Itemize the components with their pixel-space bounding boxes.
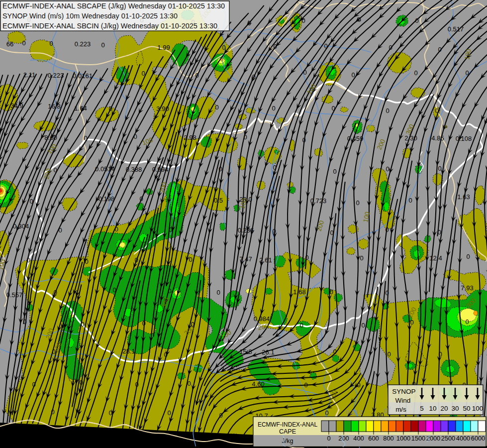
svg-text:1000: 1000 [396,435,410,442]
svg-text:0: 0 [465,318,469,326]
svg-text:4.85: 4.85 [431,134,444,142]
svg-text:0.0161: 0.0161 [73,72,93,80]
svg-text:0: 0 [410,319,413,326]
svg-text:0: 0 [133,133,137,140]
svg-text:1.99: 1.99 [157,44,170,51]
svg-text:0: 0 [108,105,112,112]
svg-text:0: 0 [305,254,308,261]
svg-text:0.994: 0.994 [152,166,169,173]
svg-text:0: 0 [466,253,470,260]
svg-text:0: 0 [29,198,33,205]
svg-text:0: 0 [351,71,355,79]
svg-text:0.236: 0.236 [238,226,254,234]
svg-text:0.984: 0.984 [254,315,270,323]
svg-text:0: 0 [51,408,54,416]
svg-text:0: 0 [385,226,389,233]
svg-text:0: 0 [58,226,62,234]
svg-text:0: 0 [438,46,441,53]
svg-text:0: 0 [302,136,305,144]
svg-text:0: 0 [387,350,390,358]
svg-text:2.11: 2.11 [23,71,35,79]
svg-text:600: 600 [368,435,379,442]
svg-text:10: 10 [429,405,436,412]
svg-text:66: 66 [6,40,13,48]
svg-text:0: 0 [134,256,138,264]
svg-text:0: 0 [361,322,365,329]
svg-text:0: 0 [415,17,418,24]
svg-text:0: 0 [384,407,388,415]
svg-text:0.108: 0.108 [456,135,472,142]
svg-text:0: 0 [333,348,336,355]
svg-text:0: 0 [81,321,84,328]
svg-text:7.93: 7.93 [461,284,473,292]
svg-text:0: 0 [79,379,83,386]
svg-text:0: 0 [386,107,389,114]
svg-text:0: 0 [303,69,306,76]
svg-text:0: 0 [252,73,255,81]
svg-text:0: 0 [84,134,87,142]
svg-text:0: 0 [169,226,172,233]
svg-text:0: 0 [272,227,276,235]
svg-text:0: 0 [139,195,143,203]
svg-text:0: 0 [299,322,303,329]
svg-text:0: 0 [273,164,276,171]
svg-text:0: 0 [465,69,469,77]
svg-text:0.223: 0.223 [75,40,91,48]
svg-text:ECMWF-INDEX-ANAL SBCIN (J/kg): ECMWF-INDEX-ANAL SBCIN (J/kg) Wednesday … [2,21,217,30]
svg-text:0: 0 [437,228,441,236]
svg-text:26.1: 26.1 [262,348,274,356]
svg-text:0: 0 [112,286,116,294]
svg-text:100: 100 [472,405,484,412]
svg-text:0: 0 [243,133,247,141]
svg-text:0.5: 0.5 [214,197,223,204]
svg-text:0: 0 [435,107,438,114]
svg-text:1.68: 1.68 [293,288,305,296]
svg-text:0: 0 [219,412,222,419]
svg-text:800: 800 [383,435,393,442]
svg-text:ECMWF-INDEX-ANAL: ECMWF-INDEX-ANAL [258,421,317,428]
svg-text:0.459: 0.459 [347,135,364,142]
svg-text:0: 0 [101,41,104,49]
svg-text:0: 0 [385,289,389,297]
svg-text:0: 0 [85,258,88,265]
svg-text:30: 30 [451,405,459,412]
svg-text:0: 0 [386,165,389,173]
svg-text:0: 0 [331,105,335,112]
svg-text:0: 0 [327,435,330,442]
svg-text:0.304: 0.304 [13,223,29,230]
svg-text:0: 0 [218,165,222,173]
svg-text:0.198: 0.198 [98,195,115,203]
svg-text:0: 0 [195,72,198,79]
svg-text:0: 0 [330,229,333,236]
svg-text:J/kg: J/kg [282,438,293,445]
svg-text:0: 0 [357,16,361,23]
svg-text:0: 0 [215,104,218,111]
svg-text:2.61: 2.61 [259,256,272,264]
svg-text:0: 0 [141,70,145,77]
svg-text:0: 0 [301,17,305,24]
svg-text:0.517: 0.517 [448,25,464,33]
svg-text:1.64: 1.64 [74,105,87,112]
svg-text:7.47: 7.47 [239,255,252,263]
svg-text:0: 0 [142,320,145,327]
svg-text:1.63: 1.63 [457,193,470,201]
svg-text:0: 0 [222,44,225,51]
svg-text:0: 0 [357,381,360,389]
svg-text:0: 0 [438,350,442,358]
svg-text:1500: 1500 [411,435,425,442]
svg-text:5: 5 [420,405,424,412]
svg-text:SYNOP Wind (m/s) 10m Wednesday: SYNOP Wind (m/s) 10m Wednesday 01-10-202… [2,11,178,20]
svg-text:0: 0 [164,351,167,358]
svg-text:0: 0 [53,166,57,174]
svg-text:0: 0 [23,318,26,326]
svg-text:0.723: 0.723 [310,197,327,205]
svg-text:0.388: 0.388 [126,166,142,173]
svg-text:0: 0 [22,39,25,47]
svg-text:20: 20 [440,405,448,412]
svg-text:0: 0 [360,254,363,262]
svg-text:0: 0 [108,409,112,417]
svg-text:4000: 4000 [456,435,470,442]
svg-text:0: 0 [273,43,277,50]
svg-text:0: 0 [333,168,336,175]
svg-text:0: 0 [408,197,412,204]
